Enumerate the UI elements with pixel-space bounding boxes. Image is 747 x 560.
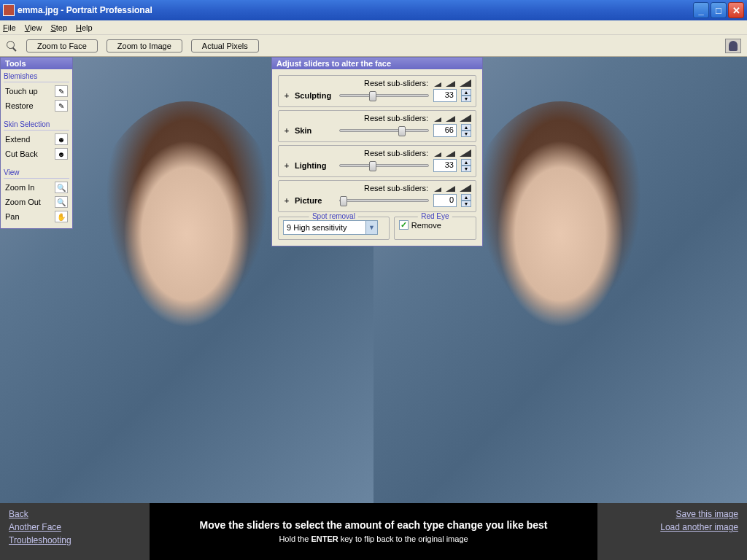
reset-label: Reset sub-sliders: (364, 149, 428, 158)
touchup-tool[interactable]: Touch up✎ (4, 84, 69, 98)
hand-icon: ✋ (55, 211, 68, 222)
redeye-fieldset: Red Eye ✓Remove (394, 217, 476, 240)
brush-icon: ✎ (55, 100, 68, 112)
slider-spinner[interactable]: ▲▼ (461, 124, 471, 137)
instruction-line2: Hold the ENTER key to flip back to the o… (279, 534, 468, 544)
extend-tool[interactable]: Extend☻ (4, 132, 69, 147)
sliders-header: Adjust sliders to alter the face (272, 58, 482, 69)
zoom-out-icon: 🔍 (55, 196, 68, 208)
another-face-link[interactable]: Another Face (9, 522, 141, 532)
instruction-line1: Move the sliders to select the amount of… (200, 519, 548, 531)
preset-icons[interactable] (434, 79, 471, 87)
reset-label: Reset sub-sliders: (364, 79, 428, 88)
preset-icons[interactable] (434, 184, 471, 192)
chevron-down-icon: ▼ (365, 221, 377, 234)
actual-pixels-button[interactable]: Actual Pixels (191, 39, 259, 52)
menu-step[interactable]: Step (50, 23, 67, 32)
reset-label: Reset sub-sliders: (364, 114, 428, 122)
pan-tool[interactable]: Pan✋ (4, 209, 69, 224)
zoom-out-tool[interactable]: Zoom Out🔍 (4, 195, 69, 209)
preset-icons[interactable] (434, 114, 471, 122)
slider-name: Picture (295, 196, 335, 205)
close-button[interactable]: ✕ (728, 2, 744, 18)
slider-thumb[interactable] (398, 126, 406, 136)
mask-icon: ☻ (55, 133, 68, 145)
slider-group-picture: Reset sub-sliders: + Picture 0 ▲▼ (278, 180, 476, 212)
restore-tool[interactable]: Restore✎ (4, 98, 69, 113)
app-icon (3, 4, 15, 16)
mask-icon: ☻ (55, 148, 68, 160)
minimize-button[interactable]: _ (693, 2, 709, 18)
checkbox-icon: ✓ (399, 220, 409, 230)
blemishes-label: Blemishes (4, 71, 69, 82)
maximize-button[interactable]: □ (711, 2, 727, 18)
back-link[interactable]: Back (9, 509, 141, 519)
expand-button[interactable]: + (283, 161, 290, 170)
slider-group-sculpting: Reset sub-sliders: + Sculpting 33 ▲▼ (278, 75, 476, 107)
spot-removal-combo[interactable]: 9 High sensitivity▼ (283, 220, 378, 235)
slider-spinner[interactable]: ▲▼ (461, 159, 471, 172)
save-image-link[interactable]: Save this image (676, 509, 738, 519)
slider-name: Skin (295, 126, 335, 135)
window-title: emma.jpg - Portrait Professional (18, 5, 693, 15)
tools-panel: Tools Blemishes Touch up✎ Restore✎ Skin … (0, 57, 73, 229)
footer: Back Another Face Troubleshooting Move t… (0, 503, 747, 560)
expand-button[interactable]: + (283, 126, 290, 135)
slider-value[interactable]: 33 (433, 159, 457, 172)
view-section-label: View (4, 167, 69, 179)
slider-track[interactable] (339, 164, 429, 167)
tools-header: Tools (1, 58, 72, 69)
slider-track[interactable] (339, 94, 429, 97)
slider-name: Lighting (295, 161, 335, 170)
spot-removal-fieldset: Spot removal 9 High sensitivity▼ (278, 217, 390, 240)
toolbar: Zoom to Face Zoom to Image Actual Pixels (0, 35, 747, 57)
zoom-in-icon: 🔍 (55, 182, 68, 193)
zoom-in-tool[interactable]: Zoom In🔍 (4, 180, 69, 195)
expand-button[interactable]: + (283, 91, 290, 100)
profile-icon[interactable] (725, 39, 741, 53)
skin-selection-label: Skin Selection (4, 119, 69, 131)
troubleshooting-link[interactable]: Troubleshooting (9, 535, 141, 545)
slider-track[interactable] (339, 199, 429, 202)
cutback-tool[interactable]: Cut Back☻ (4, 147, 69, 161)
preset-icons[interactable] (434, 149, 471, 157)
menubar: File View Step Help (0, 20, 747, 35)
menu-file[interactable]: File (3, 23, 16, 32)
zoom-to-face-button[interactable]: Zoom to Face (26, 39, 98, 52)
sliders-panel: Adjust sliders to alter the face Reset s… (271, 57, 483, 246)
menu-view[interactable]: View (25, 23, 42, 32)
slider-group-skin: Reset sub-sliders: + Skin 66 ▲▼ (278, 110, 476, 142)
brush-icon: ✎ (55, 85, 68, 97)
load-image-link[interactable]: Load another image (660, 522, 738, 532)
slider-spinner[interactable]: ▲▼ (461, 194, 471, 207)
zoom-to-image-button[interactable]: Zoom to Image (107, 39, 182, 52)
slider-name: Sculpting (295, 91, 335, 100)
reset-label: Reset sub-sliders: (364, 184, 428, 192)
slider-track[interactable] (339, 129, 429, 132)
slider-thumb[interactable] (369, 91, 376, 101)
slider-thumb[interactable] (340, 196, 347, 206)
slider-value[interactable]: 66 (433, 124, 457, 137)
slider-spinner[interactable]: ▲▼ (461, 89, 471, 102)
titlebar: emma.jpg - Portrait Professional _ □ ✕ (0, 0, 747, 20)
slider-value[interactable]: 33 (433, 89, 457, 102)
spot-removal-label: Spot removal (309, 212, 358, 220)
menu-help[interactable]: Help (76, 23, 93, 32)
footer-right: Save this image Load another image (597, 503, 747, 560)
redeye-checkbox[interactable]: ✓Remove (399, 220, 471, 230)
magnifier-icon[interactable] (6, 40, 18, 52)
footer-left: Back Another Face Troubleshooting (0, 503, 150, 560)
workspace: Tools Blemishes Touch up✎ Restore✎ Skin … (0, 57, 747, 503)
slider-thumb[interactable] (369, 161, 376, 171)
footer-center: Move the sliders to select the amount of… (150, 503, 597, 560)
expand-button[interactable]: + (283, 196, 290, 205)
redeye-label: Red Eye (418, 212, 452, 220)
slider-value[interactable]: 0 (433, 194, 457, 207)
slider-group-lighting: Reset sub-sliders: + Lighting 33 ▲▼ (278, 145, 476, 177)
